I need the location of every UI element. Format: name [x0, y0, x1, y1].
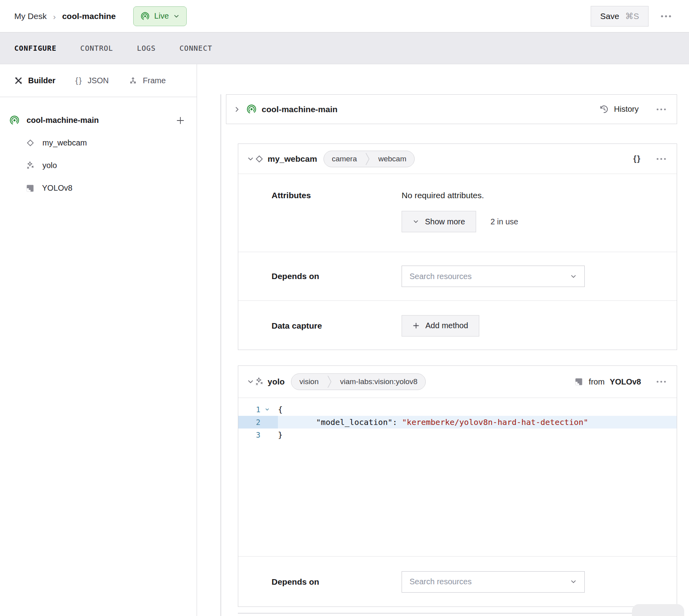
builder-tools-icon — [14, 76, 23, 85]
save-button[interactable]: Save ⌘S — [591, 6, 649, 27]
from-module-indicator: from YOLOv8 — [574, 377, 641, 386]
tree-machine-part-label: cool-machine-main — [27, 116, 99, 125]
chevron-down-icon — [570, 578, 577, 585]
yolo-name: yolo — [268, 377, 285, 386]
attributes-in-use-count: 2 in use — [490, 217, 518, 226]
frame-axes-icon — [128, 76, 138, 85]
add-resource-button[interactable] — [176, 116, 185, 125]
json-braces-icon: {} — [75, 76, 82, 85]
badge-yolov8-model: viam-labs:vision:yolov8 — [332, 377, 425, 386]
view-builder[interactable]: Builder — [14, 76, 56, 85]
module-icon — [25, 184, 35, 193]
show-more-button[interactable]: Show more — [402, 211, 476, 232]
code-line: 1 { — [238, 403, 677, 416]
attributes-label: Attributes — [272, 191, 402, 252]
code-fold-chevron-icon[interactable] — [260, 407, 274, 412]
yolo-overflow-menu-icon[interactable] — [656, 380, 666, 383]
next-card-top-border — [238, 613, 677, 614]
tree-item-yolov8-module[interactable]: YOLOv8 — [0, 177, 197, 199]
json-key: "model_location" — [278, 417, 392, 427]
tab-logs[interactable]: LOGS — [137, 44, 155, 52]
plus-icon — [413, 322, 419, 329]
broadcast-icon — [140, 11, 150, 21]
save-label: Save — [600, 11, 619, 21]
live-label: Live — [154, 11, 169, 21]
attributes-note: No required attributes. — [402, 191, 518, 200]
add-method-button[interactable]: Add method — [402, 315, 479, 337]
live-status-dropdown[interactable]: Live — [133, 6, 187, 26]
chat-widget-peek — [632, 604, 684, 616]
camera-component-icon — [25, 138, 35, 148]
camera-component-icon — [254, 154, 264, 164]
resource-card-my-webcam: my_webcam camera webcam {} Attributes No… — [238, 143, 677, 350]
data-capture-label: Data capture — [272, 321, 402, 331]
from-module-name: YOLOv8 — [610, 377, 641, 386]
yolo-json-attributes-editor[interactable]: 1 { 2 "model_location": "keremberke/yolo… — [238, 398, 677, 557]
edit-json-braces-icon[interactable]: {} — [633, 154, 641, 163]
machine-tab-bar: CONFIGURE CONTROL LOGS CONNECT — [0, 33, 689, 64]
config-sidebar: Builder {} JSON Frame — [0, 64, 197, 616]
vision-service-sparkles-icon — [25, 161, 35, 170]
tree-yolov8-label: YOLOv8 — [42, 184, 73, 193]
breadcrumb-separator-icon: › — [53, 12, 56, 21]
line-number: 2 — [238, 416, 260, 429]
depends-on-select[interactable]: Search resources — [402, 266, 585, 287]
json-string-value: "keremberke/yolov8n-hard-hat-detection" — [402, 417, 588, 427]
chevron-down-icon[interactable] — [247, 378, 254, 385]
save-shortcut: ⌘S — [625, 11, 639, 21]
tree-item-yolo[interactable]: yolo — [0, 154, 197, 177]
from-label: from — [589, 377, 605, 386]
history-button[interactable]: History — [599, 104, 639, 114]
tab-control[interactable]: CONTROL — [80, 44, 113, 52]
badge-camera: camera — [324, 155, 365, 163]
part-overflow-menu-icon[interactable] — [656, 108, 666, 111]
chevron-down-icon — [413, 218, 419, 225]
tree-yolo-label: yolo — [42, 161, 57, 170]
tree-item-my-webcam[interactable]: my_webcam — [0, 132, 197, 154]
view-json[interactable]: {} JSON — [75, 76, 109, 85]
chevron-down-icon[interactable] — [247, 155, 254, 163]
chevron-down-icon — [173, 13, 180, 19]
chevron-right-icon[interactable] — [233, 106, 241, 113]
view-frame-label: Frame — [143, 76, 166, 85]
module-icon — [574, 377, 584, 386]
my-webcam-header: my_webcam camera webcam {} — [238, 144, 677, 174]
yolo-type-badge: vision viam-labs:vision:yolov8 — [291, 373, 426, 390]
my-webcam-overflow-menu-icon[interactable] — [656, 157, 666, 161]
breadcrumb-machine-name: cool-machine — [62, 11, 116, 21]
yolo-depends-on-section: Depends on Search resources — [238, 557, 677, 607]
line-number: 1 — [238, 403, 260, 416]
overflow-menu-icon[interactable] — [660, 15, 672, 18]
breadcrumb: My Desk › cool-machine — [14, 11, 116, 21]
code-text: } — [278, 429, 283, 441]
tree-item-machine-part[interactable]: cool-machine-main — [0, 109, 197, 132]
broadcast-icon — [246, 104, 257, 115]
badge-webcam: webcam — [370, 155, 414, 163]
depends-on-section: Depends on Search resources — [238, 252, 677, 301]
tab-configure[interactable]: CONFIGURE — [14, 44, 57, 52]
yolo-header: yolo vision viam-labs:vision:yolov8 from… — [238, 366, 677, 398]
breadcrumb-root[interactable]: My Desk — [14, 11, 47, 21]
view-json-label: JSON — [88, 76, 109, 85]
tab-connect[interactable]: CONNECT — [180, 44, 212, 52]
add-method-label: Add method — [425, 321, 468, 330]
config-main-panel: cool-machine-main History — [197, 64, 689, 616]
vision-service-sparkles-icon — [254, 377, 264, 387]
show-more-label: Show more — [425, 217, 465, 226]
badge-divider-icon — [327, 374, 332, 390]
machine-part-card: cool-machine-main History — [226, 94, 677, 124]
depends-on-label: Depends on — [272, 272, 402, 281]
yolo-depends-on-select[interactable]: Search resources — [402, 571, 585, 593]
attributes-section: Attributes No required attributes. Show … — [238, 174, 677, 252]
resource-tree: cool-machine-main my_webcam yolo — [0, 97, 197, 199]
topbar-actions: Save ⌘S — [591, 6, 672, 27]
history-clock-icon — [599, 104, 609, 114]
code-line: 3 } — [238, 429, 677, 441]
badge-divider-icon — [365, 151, 370, 167]
line-number: 3 — [238, 429, 260, 441]
resource-card-yolo: yolo vision viam-labs:vision:yolov8 from… — [238, 365, 677, 607]
badge-vision: vision — [291, 377, 327, 386]
view-frame[interactable]: Frame — [128, 76, 166, 85]
my-webcam-name: my_webcam — [268, 154, 317, 164]
my-webcam-type-badge: camera webcam — [323, 151, 415, 167]
